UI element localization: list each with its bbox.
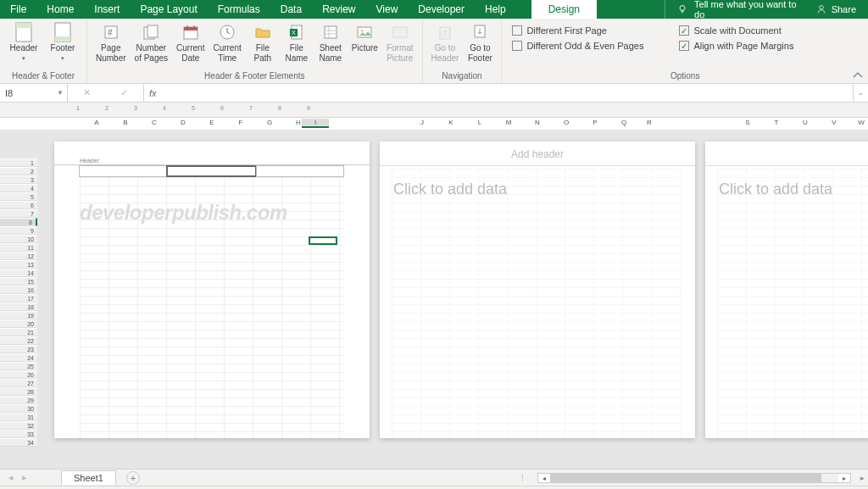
col-header-V[interactable]: V bbox=[821, 119, 848, 126]
diff-first-page-checkbox[interactable]: Different First Page bbox=[507, 23, 648, 38]
tab-home[interactable]: Home bbox=[36, 0, 84, 19]
col-header-A[interactable]: A bbox=[83, 119, 110, 126]
tell-me-search[interactable]: Tell me what you want to do bbox=[665, 0, 804, 19]
tab-view[interactable]: View bbox=[366, 0, 409, 19]
scroll-left-icon[interactable]: ◂ bbox=[538, 475, 550, 482]
row-header-31[interactable]: 31 bbox=[0, 413, 37, 421]
row-header-15[interactable]: 15 bbox=[0, 277, 37, 286]
cell-grid[interactable] bbox=[392, 169, 683, 438]
row-header-20[interactable]: 20 bbox=[0, 320, 37, 328]
row-header-12[interactable]: 12 bbox=[0, 252, 37, 260]
tab-review[interactable]: Review bbox=[312, 0, 365, 19]
row-header-3[interactable]: 3 bbox=[0, 175, 37, 184]
tab-data[interactable]: Data bbox=[270, 0, 312, 19]
row-header-18[interactable]: 18 bbox=[0, 303, 37, 311]
tab-page-layout[interactable]: Page Layout bbox=[130, 0, 207, 19]
tab-insert[interactable]: Insert bbox=[84, 0, 130, 19]
row-header-8[interactable]: 8 bbox=[0, 218, 37, 226]
row-header-9[interactable]: 9 bbox=[0, 226, 37, 235]
goto-footer-button[interactable]: Go to Footer bbox=[464, 20, 496, 69]
row-header-2[interactable]: 2 bbox=[0, 167, 37, 175]
cancel-icon[interactable]: ✕ bbox=[83, 87, 91, 98]
add-data-placeholder[interactable]: Click to add data bbox=[380, 170, 507, 198]
collapse-ribbon-icon[interactable] bbox=[853, 71, 863, 80]
header-right[interactable] bbox=[256, 165, 344, 177]
col-header-M[interactable]: M bbox=[495, 119, 522, 126]
footer-button[interactable]: Footer ▾ bbox=[44, 20, 81, 69]
add-sheet-button[interactable]: + bbox=[126, 471, 140, 485]
scroll-right-end-icon[interactable]: ▸ bbox=[860, 474, 865, 482]
row-header-5[interactable]: 5 bbox=[0, 192, 37, 201]
align-margins-checkbox[interactable]: ✓Align with Page Margins bbox=[674, 38, 798, 53]
page-2[interactable]: Add header Click to add data bbox=[380, 142, 695, 438]
current-date-button[interactable]: Current Date bbox=[173, 20, 208, 69]
header-sections[interactable] bbox=[54, 165, 370, 177]
sheet-nav-arrows[interactable]: ◂ ▸ bbox=[0, 472, 61, 483]
row-header-11[interactable]: 11 bbox=[0, 243, 37, 252]
col-header-N[interactable]: N bbox=[524, 119, 551, 126]
name-box[interactable]: I8 ▼ bbox=[0, 84, 68, 102]
header-button[interactable]: Header ▾ bbox=[5, 20, 42, 69]
scale-with-doc-checkbox[interactable]: ✓Scale with Document bbox=[674, 23, 798, 38]
tab-developer[interactable]: Developer bbox=[408, 0, 475, 19]
page-1[interactable]: Header developerpublish.com bbox=[54, 142, 370, 438]
sheet-tab-1[interactable]: Sheet1 bbox=[61, 470, 116, 485]
row-header-32[interactable]: 32 bbox=[0, 421, 37, 430]
row-header-24[interactable]: 24 bbox=[0, 353, 37, 362]
tab-file[interactable]: File bbox=[0, 0, 36, 19]
row-header-28[interactable]: 28 bbox=[0, 387, 37, 396]
col-header-U[interactable]: U bbox=[792, 119, 819, 126]
file-name-button[interactable]: XFile Name bbox=[281, 20, 313, 69]
col-header-R[interactable]: R bbox=[636, 119, 663, 126]
row-header-21[interactable]: 21 bbox=[0, 328, 37, 336]
fx-label[interactable]: fx bbox=[144, 84, 162, 102]
share-button[interactable]: Share bbox=[804, 0, 868, 19]
prev-sheet-icon[interactable]: ◂ bbox=[8, 472, 14, 483]
next-sheet-icon[interactable]: ▸ bbox=[22, 472, 27, 483]
diff-odd-even-checkbox[interactable]: Different Odd & Even Pages bbox=[507, 38, 648, 53]
tab-design[interactable]: Design bbox=[531, 0, 597, 19]
page-number-button[interactable]: #Page Number bbox=[92, 20, 130, 69]
col-header-J[interactable]: J bbox=[409, 119, 436, 126]
row-header-17[interactable]: 17 bbox=[0, 294, 37, 303]
scroll-track[interactable] bbox=[550, 474, 838, 482]
header-left[interactable] bbox=[79, 165, 167, 177]
add-header-placeholder[interactable]: Add bbox=[705, 142, 868, 165]
col-header-E[interactable]: E bbox=[198, 119, 225, 126]
row-header-29[interactable]: 29 bbox=[0, 396, 37, 404]
col-header-G[interactable]: G bbox=[256, 119, 283, 126]
col-header-O[interactable]: O bbox=[553, 119, 580, 126]
add-header-placeholder[interactable]: Add header bbox=[380, 142, 695, 165]
formula-input[interactable] bbox=[162, 84, 853, 102]
col-header-K[interactable]: K bbox=[437, 119, 465, 126]
horizontal-scrollbar[interactable]: ◂ ▸ bbox=[537, 473, 851, 483]
col-header-L[interactable]: L bbox=[466, 119, 493, 126]
number-of-pages-button[interactable]: Number of Pages bbox=[131, 20, 171, 69]
row-header-16[interactable]: 16 bbox=[0, 286, 37, 294]
row-header-22[interactable]: 22 bbox=[0, 336, 37, 345]
col-header-W[interactable]: W bbox=[848, 119, 868, 126]
scroll-right-icon[interactable]: ▸ bbox=[838, 475, 850, 482]
tab-split-handle[interactable]: ⋮ bbox=[519, 474, 526, 482]
col-header-T[interactable]: T bbox=[763, 119, 790, 126]
row-header-26[interactable]: 26 bbox=[0, 370, 37, 379]
enter-icon[interactable]: ✓ bbox=[120, 87, 128, 98]
col-header-C[interactable]: C bbox=[141, 119, 168, 126]
expand-formula-bar-icon[interactable]: ⌄ bbox=[853, 84, 868, 102]
row-header-33[interactable]: 33 bbox=[0, 430, 37, 438]
col-header-S[interactable]: S bbox=[734, 119, 761, 126]
row-header-14[interactable]: 14 bbox=[0, 269, 37, 277]
row-header-4[interactable]: 4 bbox=[0, 184, 37, 192]
tab-formulas[interactable]: Formulas bbox=[208, 0, 270, 19]
col-header-D[interactable]: D bbox=[170, 119, 197, 126]
row-header-19[interactable]: 19 bbox=[0, 311, 37, 320]
current-time-button[interactable]: Current Time bbox=[209, 20, 244, 69]
row-header-30[interactable]: 30 bbox=[0, 404, 37, 413]
row-header-6[interactable]: 6 bbox=[0, 201, 37, 209]
row-header-25[interactable]: 25 bbox=[0, 362, 37, 370]
row-header-27[interactable]: 27 bbox=[0, 379, 37, 387]
chevron-down-icon[interactable]: ▼ bbox=[57, 89, 64, 97]
col-header-B[interactable]: B bbox=[112, 119, 139, 126]
col-header-P[interactable]: P bbox=[581, 119, 609, 126]
page-3[interactable]: Add Click to add data bbox=[705, 142, 868, 438]
